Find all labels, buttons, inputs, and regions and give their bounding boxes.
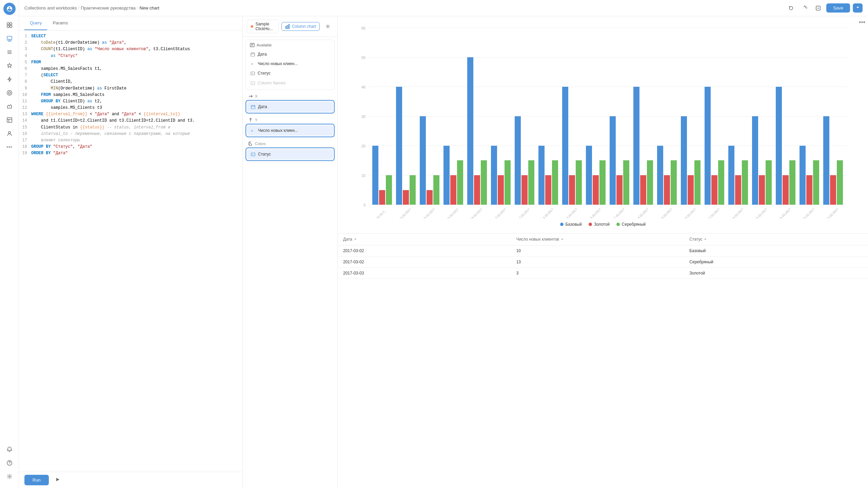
- breadcrumb-collections[interactable]: Collections and workbooks: [24, 5, 77, 11]
- svg-rect-114: [776, 87, 782, 205]
- svg-rect-87: [616, 175, 623, 205]
- available-item-date[interactable]: Дата: [247, 49, 333, 59]
- sidebar-list-icon[interactable]: [3, 46, 16, 58]
- svg-text:02.03.2...: 02.03.2...: [376, 208, 387, 218]
- save-button[interactable]: Save: [826, 3, 850, 13]
- legend-label-base: Базовый: [566, 222, 582, 227]
- svg-text:15.03.2017: 15.03.2017: [565, 207, 578, 218]
- svg-text:17.03.2017: 17.03.2017: [612, 207, 625, 218]
- svg-rect-48: [386, 175, 392, 205]
- column-chart-svg: 0 10 20 30 40 50 60: [343, 22, 863, 218]
- chart-settings-button[interactable]: [322, 21, 333, 32]
- svg-text:19.03.2017: 19.03.2017: [659, 207, 673, 218]
- colors-field-label: Статус: [258, 152, 271, 157]
- sidebar-settings-icon[interactable]: [3, 470, 16, 483]
- th-date-label: Дата: [343, 237, 352, 242]
- y-field-count[interactable]: # Число новых клиен...: [248, 126, 333, 135]
- svg-rect-122: [823, 116, 829, 205]
- svg-text:30.03.2017: 30.03.2017: [826, 207, 839, 218]
- sidebar-dashboard-icon[interactable]: [3, 33, 16, 45]
- x-field-date[interactable]: Дата: [248, 102, 333, 111]
- sidebar-more-icon[interactable]: •••: [3, 141, 16, 153]
- available-label: Available: [257, 43, 272, 47]
- x-field-list: Дата: [245, 100, 335, 114]
- th-status-label: Статус: [689, 237, 702, 242]
- svg-text:10: 10: [361, 174, 366, 178]
- sidebar-table-icon[interactable]: [3, 114, 16, 126]
- th-status[interactable]: Статус: [689, 237, 863, 242]
- svg-rect-82: [586, 146, 592, 205]
- datasource-badge[interactable]: C Sample ClickHo...: [247, 20, 279, 33]
- svg-rect-91: [640, 175, 646, 205]
- td-date-0: 2017-03-02: [343, 248, 516, 253]
- svg-rect-123: [830, 175, 836, 205]
- svg-text:18.03.2017: 18.03.2017: [636, 207, 649, 218]
- svg-rect-1: [10, 23, 12, 25]
- th-date[interactable]: Дата: [343, 237, 516, 242]
- sidebar-grid-icon[interactable]: [3, 19, 16, 31]
- td-status-0: Базовый: [689, 248, 863, 253]
- chart-more-button[interactable]: •••: [859, 19, 865, 26]
- breadcrumb: Collections and workbooks / Практические…: [24, 5, 783, 11]
- svg-rect-63: [474, 175, 480, 205]
- sidebar-flash-icon[interactable]: [3, 73, 16, 85]
- svg-rect-104: [718, 160, 724, 205]
- minimize-button[interactable]: [813, 3, 824, 14]
- svg-rect-56: [433, 175, 439, 205]
- colors-field-status[interactable]: T Статус: [248, 149, 333, 159]
- svg-rect-0: [7, 23, 9, 25]
- svg-point-27: [249, 144, 250, 145]
- svg-rect-90: [633, 87, 639, 205]
- svg-rect-79: [569, 175, 575, 205]
- svg-rect-118: [800, 146, 806, 205]
- chart-area: ••• 0 10 20 30 40 50 60: [338, 16, 868, 233]
- topbar: Collections and workbooks / Практические…: [19, 0, 868, 16]
- chart-legend: Базовый Золотой Серебряный: [343, 219, 863, 229]
- svg-rect-52: [410, 175, 416, 205]
- svg-point-28: [251, 144, 252, 145]
- app-logo[interactable]: [3, 3, 16, 15]
- sidebar-bell-icon[interactable]: [3, 443, 16, 455]
- tab-params[interactable]: Params: [47, 16, 73, 30]
- svg-rect-88: [623, 160, 629, 205]
- tab-query[interactable]: Query: [24, 16, 47, 30]
- sidebar-star-icon[interactable]: [3, 60, 16, 72]
- save-dropdown-button[interactable]: [853, 3, 863, 13]
- data-table: Дата Число новых клиентов Статус 2017-03…: [338, 233, 868, 488]
- svg-rect-120: [813, 160, 819, 205]
- config-sections: Available Дата # Число новых клиен... T …: [243, 37, 337, 488]
- sidebar-help-icon[interactable]: [3, 457, 16, 469]
- code-editor[interactable]: 1SELECT 2 toDate(t1.OrderDatetime) as "Д…: [19, 30, 242, 472]
- column-names-placeholder[interactable]: T Column Names: [247, 78, 333, 88]
- available-item-status[interactable]: T Статус: [247, 68, 333, 78]
- sidebar-chart-icon[interactable]: [3, 100, 16, 113]
- run-button[interactable]: Run: [24, 475, 49, 485]
- x-label: X: [245, 93, 335, 100]
- redo-button[interactable]: [799, 3, 810, 14]
- play-button[interactable]: [53, 475, 62, 485]
- svg-text:50: 50: [361, 56, 366, 60]
- available-item-count[interactable]: # Число новых клиен...: [247, 59, 333, 68]
- table-row: 2017-03-03 3 Золотой: [338, 268, 868, 279]
- svg-text:06.03.2017: 06.03.2017: [446, 207, 459, 218]
- svg-text:12.03.2017: 12.03.2017: [517, 207, 530, 218]
- td-date-2: 2017-03-03: [343, 271, 516, 276]
- svg-text:60: 60: [361, 26, 366, 30]
- svg-point-5: [7, 90, 12, 95]
- chart-type-button[interactable]: Column chart: [281, 22, 320, 31]
- breadcrumb-practices[interactable]: Практические руководства: [81, 5, 136, 11]
- editor-tabs: Query Params: [19, 16, 242, 30]
- svg-rect-54: [420, 116, 426, 205]
- undo-button[interactable]: [786, 3, 796, 14]
- svg-rect-78: [562, 87, 568, 205]
- svg-rect-112: [766, 160, 772, 205]
- svg-rect-115: [783, 175, 789, 205]
- sidebar-connect-icon[interactable]: [3, 87, 16, 99]
- th-count[interactable]: Число новых клиентов: [516, 237, 690, 242]
- sidebar-user-icon[interactable]: [3, 127, 16, 140]
- svg-text:10.03.2017: 10.03.2017: [493, 207, 507, 218]
- available-section: Available Дата # Число новых клиен... T …: [245, 40, 335, 90]
- svg-rect-92: [647, 160, 653, 205]
- svg-point-29: [250, 142, 251, 142]
- breadcrumb-current: New chart: [139, 5, 159, 11]
